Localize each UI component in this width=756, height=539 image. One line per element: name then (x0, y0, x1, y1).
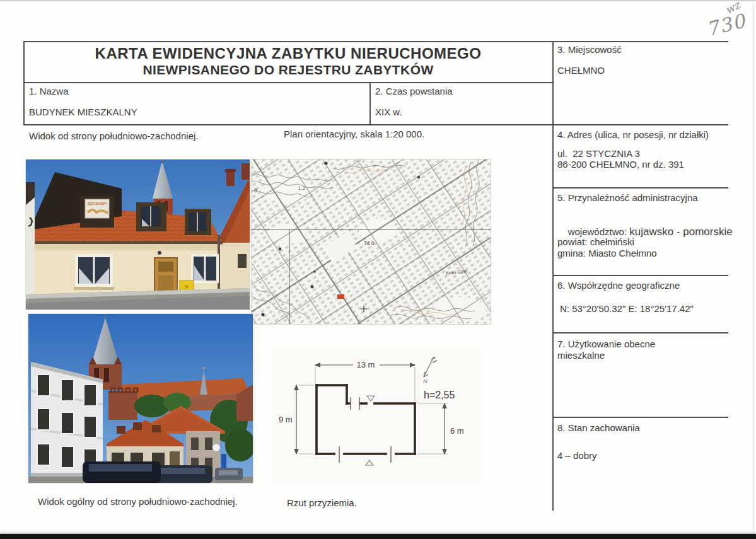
left-neighbour-wall (26, 182, 35, 310)
field-adres-line2: 86-200 CHEŁMNO, nr dz. 391 (557, 159, 684, 170)
field-powiat-value: powiat: chełmiński (557, 236, 634, 247)
table-line (23, 41, 728, 42)
table-line (552, 275, 728, 276)
map-label-elevation: 74 0 (364, 240, 375, 246)
floor-plan: 13 m 9 m 6 m h=2,55 N (272, 348, 480, 482)
dormer-right (185, 209, 211, 235)
field-miejscowosc-value: CHEŁMNO (557, 65, 605, 76)
field-adres-label: 4. Adres (ulica, nr posesji, nr działki) (557, 129, 709, 140)
card-title-line1: KARTA EWIDENCYJNA ZABYTKU NIERUCHOMEGO (23, 45, 553, 62)
map-label-zero: 0 (254, 187, 257, 194)
table-line (23, 124, 728, 125)
plan-width-label: 13 m (357, 360, 375, 369)
table-line (552, 41, 554, 511)
north-label: N (423, 378, 427, 385)
caption-photo-bottom: Widok ogólny od strony południowo-zachod… (38, 496, 238, 507)
sale-sign-text: sprzedam (88, 201, 107, 206)
field-stan-value: 4 – dobry (557, 450, 597, 461)
dormer-center (136, 202, 166, 231)
caption-photo-top: Widok od strony południowo-zachodniej. (29, 130, 198, 141)
scan-edge-top (0, 0, 756, 1)
card-title-line2: NIEWPISANEGO DO REJESTRU ZABYTKÓW (23, 62, 553, 78)
scan-edge-right (753, 0, 753, 539)
plan-right-depth-label: 6 m (450, 426, 464, 436)
field-adres-line1: ul. 22 STYCZNIA 3 (557, 148, 640, 159)
field-wspolrzedne-value: N: 53°20'50.32" E: 18°25'17.42" (560, 303, 694, 314)
field-przynaleznosc-label: 5. Przynależność administracyjna (557, 192, 698, 203)
field-uzytkowanie-value: mieszkalne (557, 350, 605, 361)
caption-plan: Rzut przyziemia. (287, 497, 357, 508)
field-czas-value: XIX w. (375, 107, 402, 117)
field-miejscowosc-label: 3. Miejscowość (557, 44, 622, 55)
field-wspolrzedne-label: 6. Współrzędne geograficzne (557, 280, 680, 291)
wojewodztwo-prefix: województwo: (568, 226, 630, 237)
karta-ewidencyjna-page: wz 730 KARTA EWIDENCYJNA ZABYTKU NIERUCH… (0, 0, 756, 539)
table-line (552, 332, 728, 333)
photo-general-view (28, 313, 253, 484)
main-house-facade (26, 235, 220, 297)
field-nazwa-label: 1. Nazwa (29, 86, 69, 96)
plan-depth-label: 9 m (279, 415, 293, 424)
map-label-onetwo: 1,2 (298, 185, 306, 191)
caption-map: Plan orientacyjny, skala 1:20 000. (284, 129, 424, 139)
table-line (23, 82, 554, 83)
photo-house-southwest: sprzedam (25, 159, 250, 310)
field-uzytkowanie-label: 7. Użytkowanie obecne (557, 339, 655, 349)
field-stan-label: 8. Stan zachowania (557, 422, 640, 433)
plan-height-label: h=2,55 (424, 390, 455, 400)
wojewodztwo-name: kujawsko - pomorskie (629, 226, 732, 238)
table-line (369, 83, 371, 125)
field-gmina-value: gmina: Miasto Chełmno (557, 248, 657, 258)
table-line (552, 187, 728, 188)
map-subject-marker (337, 294, 344, 299)
dormer-with-sale-sign: sprzedam (80, 196, 114, 228)
table-line (552, 417, 728, 418)
field-nazwa-value: BUDYNEK MIESZKALNY (29, 107, 137, 117)
orientation-map: 0 1,2 74 0 Armii Czer (251, 159, 491, 325)
field-czas-label: 2. Czas powstania (375, 86, 453, 96)
pencil-number-annotation: 730 (704, 9, 748, 40)
scan-edge-bottom (0, 534, 756, 539)
